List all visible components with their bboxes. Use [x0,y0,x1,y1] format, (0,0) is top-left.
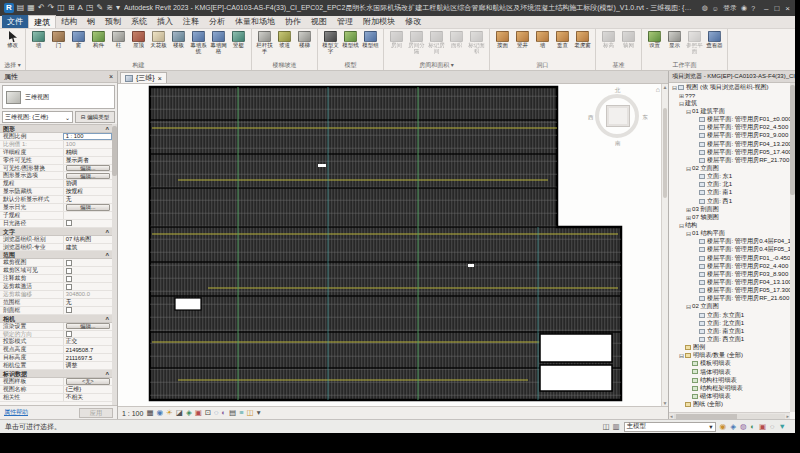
section-collapse-icon[interactable]: ˄ [105,228,109,235]
tree-expander-icon[interactable]: ⊟ [678,100,685,107]
section-collapse-icon[interactable]: ˄ [105,315,109,322]
property-value[interactable]: {三维} [63,386,112,393]
show-crop-icon[interactable]: ⊡ [205,408,211,418]
ramp-button[interactable]: 坡道 [275,31,294,49]
maximize-button[interactable]: □ [774,4,779,13]
property-value[interactable] [63,283,112,290]
tree-expander-icon[interactable]: ⊟ [678,222,685,229]
ribbon-tab-addins[interactable]: 附加模块 [358,15,400,28]
tree-expander-icon[interactable]: ⊞ [685,206,692,213]
tree-item[interactable]: 图例 [669,344,790,352]
open-icon[interactable]: ▤ [17,3,25,13]
press-drag-icon[interactable]: ◍ [740,422,747,431]
tag-icon[interactable]: ✎ [96,3,103,13]
tree-item[interactable]: ⊟01 结构平面 [669,230,790,238]
view-scale-label[interactable]: 1 : 100 [122,410,143,417]
tree-expander-icon[interactable]: ⊟ [671,84,678,91]
model-line-button[interactable]: 模型线 [341,31,360,49]
tree-item[interactable]: 楼层平面: 管理用房0.4层F04_12.500 [669,238,790,246]
tree-item[interactable]: 结构柱明细表 [669,376,790,384]
set-work-plane-button[interactable]: 设置 [645,31,664,49]
tree-item[interactable]: 立面: 东立面1 [669,311,790,319]
tree-expander-icon[interactable]: ⊟ [685,165,692,172]
component-button[interactable]: 构件 [89,31,108,49]
tree-item[interactable]: 结构框架明细表 [669,384,790,392]
edit-button[interactable]: 编辑... [66,323,110,330]
tree-item[interactable]: ⊟结构 [669,221,790,229]
tree-item[interactable]: 立面: 北立面1 [669,319,790,327]
curtain-grid-button[interactable]: 幕墙网格 [209,31,228,55]
tree-item[interactable]: 楼层平面: 管理用房F05_17.400 [669,148,790,156]
editable-only-icon[interactable]: ◉ [720,422,727,431]
checkbox[interactable] [66,331,72,337]
property-value[interactable]: 精细 [63,149,112,156]
property-value[interactable]: 建筑 [63,244,112,251]
property-value[interactable]: 按规程 [63,188,112,195]
tree-item[interactable]: 楼层平面: 管理用房F04_13.200 [669,140,790,148]
property-value[interactable]: 编辑... [63,165,112,172]
property-value[interactable]: 协调 [63,180,112,187]
compass-south-label[interactable]: 南 [615,140,621,147]
browser-horizontal-scrollbar[interactable]: ◂ ▸ [669,412,790,419]
property-value[interactable]: 2149508.7 [63,346,112,353]
tree-item[interactable]: ⊞07 轴测图 [669,213,790,221]
modify-button[interactable]: 修改 [3,31,22,49]
measure-icon[interactable]: ⊞ [68,3,75,13]
property-value[interactable] [63,259,112,266]
visual-style-icon[interactable]: ◉ [157,408,164,418]
tree-item[interactable]: 楼层平面: 管理用房F02_4.500 [669,124,790,132]
tree-expander-icon[interactable]: ⊞ [685,214,692,221]
redo-icon[interactable]: ↷ [48,3,55,13]
tree-item[interactable]: 立面: 东1 [669,173,790,181]
property-value[interactable]: 编辑... [63,204,112,211]
show-work-plane-button[interactable]: 显示 [665,31,684,49]
checkbox[interactable] [66,260,72,266]
thin-lines-icon[interactable]: ≋ [106,3,113,13]
edit-button[interactable]: <无> [66,378,110,385]
ribbon-tab-systems[interactable]: 系统 [126,15,152,28]
default-3d-view-icon[interactable]: ◳ [86,3,94,13]
property-value[interactable] [63,275,112,282]
section-collapse-icon[interactable]: ˄ [105,251,109,258]
wall-button[interactable]: 墙 [29,31,48,49]
work-plane-viewer-button[interactable]: 查看器 [705,31,724,49]
property-value[interactable]: <无> [63,378,112,385]
checkbox[interactable] [66,268,72,274]
minimize-button[interactable]: – [764,4,768,13]
tree-item[interactable]: ⊟02 立面图 [669,164,790,172]
tree-item[interactable]: 楼层平面: 管理用房RF_21.600 (结) [669,295,790,303]
tree-item[interactable]: 立面: 北1 [669,181,790,189]
sign-in-label[interactable]: 登录 [723,3,737,13]
property-value[interactable]: 304800.0 [63,291,112,298]
property-value[interactable]: 07 结构图 [63,236,112,243]
tree-item[interactable]: 楼层平面: 管理用房F03_8.900 (结) [669,270,790,278]
view-tab-3d[interactable]: {三维} × [120,72,167,83]
ribbon-tab-collaborate[interactable]: 协作 [280,15,306,28]
canvas-vertical-scrollbar[interactable]: ▲▼ [661,84,668,406]
property-value[interactable]: 2111697.5 [63,354,112,361]
customize-qat-icon[interactable]: ▾ [116,3,120,13]
mullion-button[interactable]: 竖梃 [229,31,248,49]
railing-button[interactable]: 栏杆扶手 [255,31,274,55]
select-underlay-icon[interactable]: ▣ [759,422,766,431]
browser-vertical-scrollbar[interactable] [790,83,795,412]
section-collapse-icon[interactable]: ˄ [105,370,109,377]
tree-expander-icon[interactable]: ⊞ [678,92,685,99]
properties-close-icon[interactable]: × [109,73,113,80]
door-button[interactable]: 门 [49,31,68,49]
tree-item[interactable]: 楼层平面: 管理用房F01_-0.450(结) [669,254,790,262]
background-processes-icon[interactable]: ◐ [750,422,755,431]
vertical-opening-button[interactable]: 垂直 [553,31,572,49]
roof-button[interactable]: 屋顶 [129,31,148,49]
opening-by-face-button[interactable]: 按面 [493,31,512,49]
edit-button[interactable]: 编辑... [66,165,110,172]
property-value[interactable]: 显示两者 [63,157,112,164]
tree-item[interactable]: 立面: 西立面1 [669,335,790,343]
render-icon[interactable]: ◈ [186,408,192,418]
ribbon-tab-analyze[interactable]: 分析 [204,15,230,28]
save-icon[interactable]: ▦ [27,3,35,13]
tree-expander-icon[interactable]: ⊟ [678,352,685,359]
property-value[interactable] [63,212,112,219]
selection-filter-icon[interactable]: ▼ [779,422,786,431]
tree-item[interactable]: 楼层平面: 管理用房F05_17.300 (结) [669,287,790,295]
